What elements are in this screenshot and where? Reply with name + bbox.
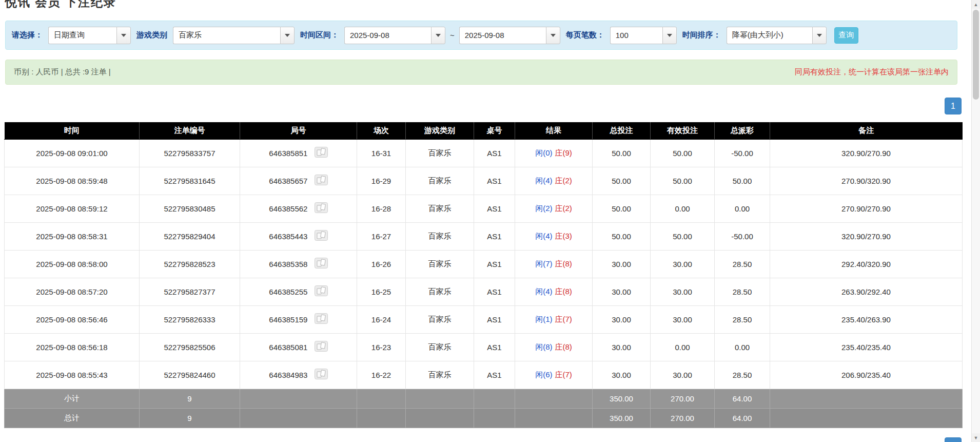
remark-cell: 206.90/235.40 xyxy=(770,361,963,389)
sort-dropdown-button[interactable] xyxy=(812,27,827,44)
total-bet-link[interactable]: 30.00 xyxy=(593,305,651,333)
total-bet-link[interactable]: 50.00 xyxy=(593,167,651,195)
round-cell: 646385657 xyxy=(240,167,357,195)
bet-id-cell: 522795827377 xyxy=(140,278,240,305)
notice-text: 同局有效投注，统一计算在该局第一张注单内 xyxy=(795,67,949,77)
round-replay-icon[interactable] xyxy=(315,369,328,381)
total-bet-link[interactable]: 50.00 xyxy=(593,139,651,167)
round-replay-icon[interactable] xyxy=(315,147,328,159)
round-replay-icon[interactable] xyxy=(315,313,328,325)
player-result: 闲(4) xyxy=(535,287,552,296)
banker-result: 庄(8) xyxy=(555,259,572,268)
game-type-input[interactable] xyxy=(173,27,280,44)
date-to-input[interactable] xyxy=(459,27,546,44)
chevron-down-icon xyxy=(436,34,441,37)
round-number: 646385443 xyxy=(269,232,307,241)
round-replay-icon[interactable] xyxy=(315,230,328,242)
total-empty-cell xyxy=(406,408,474,428)
chevron-down-icon xyxy=(817,34,822,37)
round-number: 646385159 xyxy=(269,315,307,324)
pagination-page-1[interactable]: 1 xyxy=(945,98,962,114)
sort-input[interactable] xyxy=(727,27,812,44)
vertical-scrollbar[interactable]: ▲ ▼ xyxy=(971,0,980,442)
scrollbar-up-button[interactable]: ▲ xyxy=(972,0,980,9)
session-cell: 16-22 xyxy=(357,361,406,389)
query-type-dropdown-button[interactable] xyxy=(116,27,131,44)
payout-cell: -50.00 xyxy=(715,222,770,250)
remark-cell: 235.40/263.90 xyxy=(770,305,963,333)
total-empty-cell xyxy=(515,408,593,428)
table-body: 2025-09-08 09:01:00 522795833757 6463858… xyxy=(5,139,963,389)
bet-id-cell: 522795824460 xyxy=(140,361,240,389)
round-replay-icon[interactable] xyxy=(315,341,328,353)
total-total-bet: 350.00 xyxy=(593,408,651,428)
time-cell: 2025-09-08 08:59:48 xyxy=(5,167,140,195)
valid-bet-cell: 50.00 xyxy=(651,139,715,167)
remark-cell: 320.90/270.90 xyxy=(770,139,963,167)
payout-cell: -50.00 xyxy=(715,139,770,167)
col-header-round: 局号 xyxy=(240,122,357,139)
table-row: 2025-09-08 08:56:46 522795826333 6463851… xyxy=(5,305,963,333)
banker-result: 庄(2) xyxy=(555,204,572,213)
round-cell: 646385255 xyxy=(240,278,357,305)
total-bet-link[interactable]: 30.00 xyxy=(593,250,651,278)
page-size-input[interactable] xyxy=(610,27,662,44)
subtotal-payout: 64.00 xyxy=(715,389,770,408)
session-cell: 16-31 xyxy=(357,139,406,167)
table-header: 时间 注单编号 局号 场次 游戏类别 桌号 结果 总投注 有效投注 总派彩 备注 xyxy=(5,122,963,139)
round-replay-icon[interactable] xyxy=(315,175,328,187)
total-bet-link[interactable]: 30.00 xyxy=(593,278,651,305)
query-type-input[interactable] xyxy=(48,27,116,44)
date-from-dropdown-button[interactable] xyxy=(431,27,445,44)
round-number: 646385358 xyxy=(269,260,307,268)
search-button[interactable]: 查询 xyxy=(834,27,858,44)
round-cell: 646385358 xyxy=(240,250,357,278)
valid-bet-cell: 50.00 xyxy=(651,167,715,195)
result-cell: 闲(4)庄(3) xyxy=(515,222,593,250)
total-empty-cell xyxy=(240,408,357,428)
sort-label: 时间排序： xyxy=(682,30,721,40)
remark-cell: 320.90/270.90 xyxy=(770,222,963,250)
player-result: 闲(4) xyxy=(535,176,552,185)
valid-bet-cell: 30.00 xyxy=(651,305,715,333)
chevron-down-icon xyxy=(667,34,672,37)
session-cell: 16-23 xyxy=(357,333,406,361)
banker-result: 庄(3) xyxy=(555,232,572,240)
table-row: 2025-09-08 08:59:12 522795830485 6463855… xyxy=(5,195,963,222)
table-row: 2025-09-08 08:57:20 522795827377 6463852… xyxy=(5,278,963,305)
date-from-combobox xyxy=(344,27,445,44)
total-bet-link[interactable]: 30.00 xyxy=(593,333,651,361)
scrollbar-down-button[interactable]: ▼ xyxy=(972,433,980,442)
total-empty-cell xyxy=(474,408,515,428)
result-cell: 闲(7)庄(8) xyxy=(515,250,593,278)
date-to-dropdown-button[interactable] xyxy=(546,27,560,44)
total-payout: 64.00 xyxy=(715,408,770,428)
pagination-page-1-bottom[interactable]: 1 xyxy=(945,437,962,442)
page-title: 悦讯 会员 下注纪录 xyxy=(5,0,116,10)
game-type-cell: 百家乐 xyxy=(406,167,474,195)
time-cell: 2025-09-08 08:58:00 xyxy=(5,250,140,278)
col-header-bet-id: 注单编号 xyxy=(140,122,240,139)
round-replay-icon[interactable] xyxy=(315,202,328,215)
game-type-dropdown-button[interactable] xyxy=(280,27,295,44)
total-bet-link[interactable]: 50.00 xyxy=(593,222,651,250)
player-result: 闲(6) xyxy=(535,370,552,379)
table-row: 2025-09-08 08:58:00 522795828523 6463853… xyxy=(5,250,963,278)
round-replay-icon[interactable] xyxy=(315,258,328,270)
total-bet-link[interactable]: 50.00 xyxy=(593,195,651,222)
valid-bet-cell: 50.00 xyxy=(651,222,715,250)
date-from-input[interactable] xyxy=(344,27,431,44)
page-size-dropdown-button[interactable] xyxy=(662,27,677,44)
total-empty-cell xyxy=(770,408,963,428)
player-result: 闲(1) xyxy=(535,315,552,323)
currency-total-text: 币别 : 人民币 | 总共 :9 注单 | xyxy=(14,67,111,77)
table-no-cell: AS1 xyxy=(474,333,515,361)
total-bet-link[interactable]: 30.00 xyxy=(593,361,651,389)
subtotal-empty-cell xyxy=(406,389,474,408)
col-header-payout: 总派彩 xyxy=(715,122,770,139)
game-type-cell: 百家乐 xyxy=(406,222,474,250)
session-cell: 16-25 xyxy=(357,278,406,305)
result-cell: 闲(6)庄(7) xyxy=(515,361,593,389)
scrollbar-thumb[interactable] xyxy=(973,10,979,100)
round-replay-icon[interactable] xyxy=(315,285,328,298)
